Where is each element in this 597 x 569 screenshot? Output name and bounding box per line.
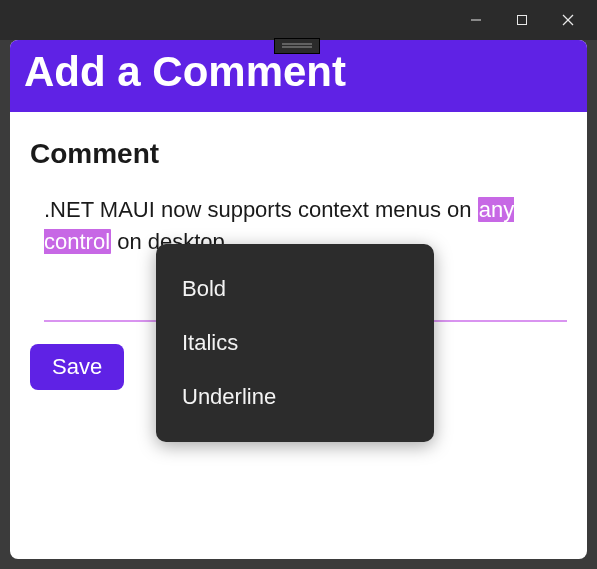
save-button[interactable]: Save bbox=[30, 344, 124, 390]
titlebar bbox=[0, 0, 597, 40]
context-menu-item-underline[interactable]: Underline bbox=[156, 370, 434, 424]
maximize-button[interactable] bbox=[499, 4, 545, 36]
close-button[interactable] bbox=[545, 4, 591, 36]
context-menu-item-bold[interactable]: Bold bbox=[156, 262, 434, 316]
context-menu-item-italics[interactable]: Italics bbox=[156, 316, 434, 370]
toolbar-grip-icon[interactable] bbox=[274, 38, 320, 54]
svg-rect-1 bbox=[518, 16, 527, 25]
minimize-button[interactable] bbox=[453, 4, 499, 36]
app-window: Add a Comment Comment .NET MAUI now supp… bbox=[0, 0, 597, 569]
section-title-comment: Comment bbox=[30, 138, 567, 170]
comment-text-before: .NET MAUI now supports context menus on bbox=[44, 197, 478, 222]
context-menu: Bold Italics Underline bbox=[156, 244, 434, 442]
